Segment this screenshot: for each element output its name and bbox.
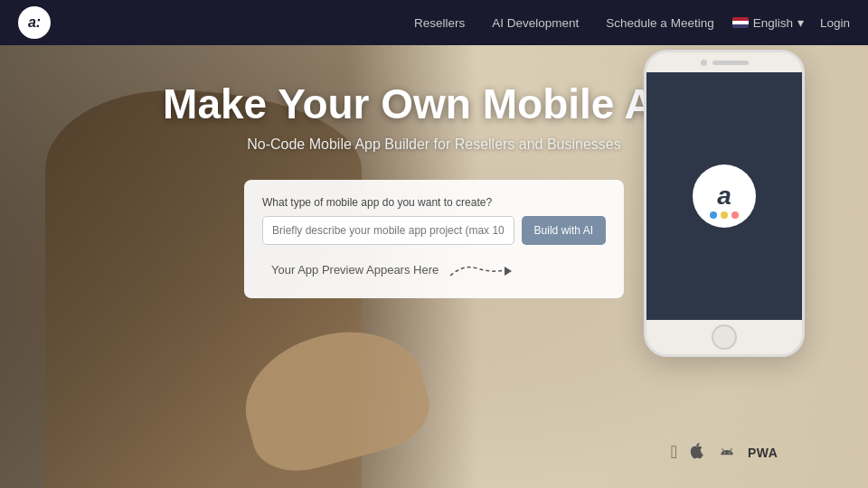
input-label: What type of mobile app do you want to c… (262, 196, 606, 209)
login-label: Login (820, 16, 850, 30)
dot-blue (710, 211, 717, 219)
phone-top-bar (646, 52, 802, 72)
navbar: a: Resellers AI Development Schedule a M… (0, 0, 868, 45)
flag-icon (732, 17, 749, 28)
nav-item-ai-dev[interactable]: AI Development (492, 14, 579, 31)
hero-subtitle: No-Code Mobile App Builder for Resellers… (163, 136, 705, 153)
nav-item-schedule[interactable]: Schedule a Meeting (606, 14, 713, 31)
phone-logo-dots (710, 211, 739, 219)
language-label: English (753, 16, 793, 30)
phone-camera (701, 60, 707, 66)
android-icon (719, 443, 735, 463)
nav-links: Resellers AI Development Schedule a Meet… (414, 14, 714, 31)
hero-section: Make Your Own Mobile App No-Code Mobile … (0, 0, 868, 488)
phone-logo: a (693, 164, 756, 228)
phone-home-button (712, 324, 737, 350)
phone-speaker (712, 61, 749, 65)
phone-screen: a (646, 72, 802, 320)
svg-marker-0 (505, 267, 512, 276)
hero-title: Make Your Own Mobile App (163, 81, 705, 127)
phone-logo-letter: a (717, 182, 731, 211)
language-caret: ▾ (797, 15, 804, 30)
phone-mockup: a (644, 50, 805, 357)
dot-red (731, 211, 739, 219)
logo-icon: a: (18, 6, 51, 39)
phone-bottom (646, 320, 802, 354)
nav-link-resellers[interactable]: Resellers (414, 16, 465, 30)
preview-area: Your App Preview Appears Here (262, 258, 606, 282)
nav-item-resellers[interactable]: Resellers (414, 14, 465, 31)
input-row: Build with AI (262, 216, 606, 245)
platform-icons:  PWA (644, 442, 805, 463)
apple-icon:  (671, 442, 677, 463)
logo[interactable]: a: (18, 6, 51, 39)
nav-link-ai-dev[interactable]: AI Development (492, 16, 579, 30)
input-box: What type of mobile app do you want to c… (244, 180, 624, 298)
pwa-badge: PWA (748, 446, 778, 460)
preview-text: Your App Preview Appears Here (271, 263, 439, 277)
dot-yellow (721, 211, 728, 219)
logo-text: a: (28, 14, 41, 31)
apple-logo-icon (690, 443, 706, 463)
app-description-input[interactable] (262, 216, 514, 245)
nav-link-schedule[interactable]: Schedule a Meeting (606, 16, 713, 30)
language-selector[interactable]: English ▾ (732, 15, 804, 30)
login-button[interactable]: Login (820, 16, 850, 30)
text-section: Make Your Own Mobile App No-Code Mobile … (163, 81, 705, 298)
arrow-icon (446, 259, 518, 282)
build-with-ai-button[interactable]: Build with AI (522, 216, 606, 245)
